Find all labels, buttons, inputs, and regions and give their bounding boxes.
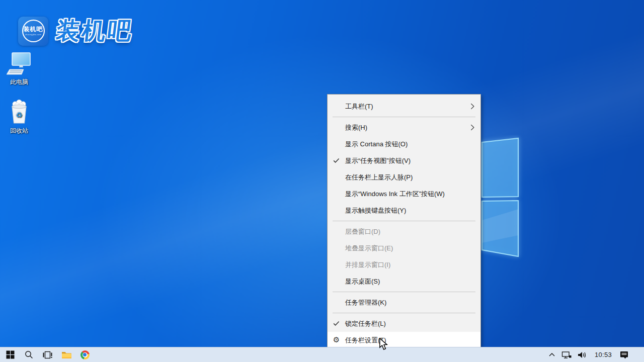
brand-badge-icon: 装机吧 zhuangjiba.com bbox=[18, 17, 48, 46]
volume-icon bbox=[578, 351, 587, 359]
menu-item-taskbar-settings[interactable]: ⚙任务栏设置(T) bbox=[328, 332, 480, 348]
recycle-bin-icon: ♻ bbox=[7, 99, 32, 125]
taskbar-context-menu: 工具栏(T)搜索(H)显示 Cortana 按钮(O)显示“任务视图”按钮(V)… bbox=[327, 94, 481, 352]
menu-item-label: 工具栏(T) bbox=[345, 102, 467, 111]
taskbar-search-button[interactable] bbox=[20, 347, 38, 362]
wallpaper-light-beam bbox=[0, 0, 644, 362]
menu-item-toolbars[interactable]: 工具栏(T) bbox=[328, 98, 480, 115]
brand-title: 装机吧 bbox=[54, 15, 135, 47]
menu-separator bbox=[333, 313, 475, 313]
menu-item-task-manager[interactable]: 任务管理器(K) bbox=[328, 294, 480, 311]
menu-item-show-desktop[interactable]: 显示桌面(S) bbox=[328, 273, 480, 290]
menu-item-show-windows-side-by-side: 并排显示窗口(I) bbox=[328, 256, 480, 273]
menu-item-show-people-on-taskbar[interactable]: 在任务栏上显示人脉(P) bbox=[328, 169, 480, 186]
task-view-icon bbox=[43, 351, 52, 359]
show-hidden-icons-button[interactable] bbox=[545, 347, 558, 362]
chevron-up-icon bbox=[548, 352, 555, 357]
task-view-button[interactable] bbox=[38, 347, 57, 362]
svg-text:♻: ♻ bbox=[16, 111, 22, 120]
network-tray-button[interactable] bbox=[558, 347, 575, 362]
windows-start-icon bbox=[6, 350, 15, 359]
checkmark-icon bbox=[328, 321, 345, 326]
menu-item-label: 任务栏设置(T) bbox=[345, 336, 476, 345]
start-button[interactable] bbox=[1, 347, 20, 362]
brand-badge-subtitle: zhuangjiba.com bbox=[25, 33, 41, 36]
menu-item-label: 显示 Cortana 按钮(O) bbox=[345, 140, 476, 149]
menu-item-label: 显示桌面(S) bbox=[345, 277, 476, 286]
menu-item-label: 堆叠显示窗口(E) bbox=[345, 244, 476, 253]
system-tray: 10:53 bbox=[545, 347, 644, 362]
search-icon bbox=[25, 350, 33, 359]
menu-item-show-task-view-button[interactable]: 显示“任务视图”按钮(V) bbox=[328, 152, 480, 169]
menu-separator bbox=[333, 221, 475, 221]
brand-logo: 装机吧 zhuangjiba.com 装机吧 bbox=[18, 15, 133, 47]
desktop: 装机吧 zhuangjiba.com 装机吧 此电脑 bbox=[0, 0, 644, 362]
menu-item-label: 层叠窗口(D) bbox=[345, 227, 476, 236]
menu-item-show-touch-keyboard-button[interactable]: 显示触摸键盘按钮(Y) bbox=[328, 202, 480, 219]
menu-item-show-cortana-button[interactable]: 显示 Cortana 按钮(O) bbox=[328, 136, 480, 152]
chrome-icon bbox=[80, 350, 90, 359]
menu-separator bbox=[333, 117, 475, 117]
menu-item-label: 显示“Windows Ink 工作区”按钮(W) bbox=[345, 190, 476, 199]
action-center-icon bbox=[619, 350, 629, 359]
menu-item-label: 在任务栏上显示人脉(P) bbox=[345, 173, 476, 182]
chrome-button[interactable] bbox=[75, 347, 94, 362]
checkmark-icon bbox=[328, 158, 345, 163]
file-explorer-button[interactable] bbox=[57, 347, 75, 362]
taskbar: 10:53 bbox=[0, 347, 644, 362]
clock[interactable]: 10:53 bbox=[590, 351, 616, 358]
brand-badge-title: 装机吧 bbox=[24, 26, 43, 33]
menu-item-label: 锁定任务栏(L) bbox=[345, 319, 476, 328]
menu-item-label: 搜索(H) bbox=[345, 123, 467, 132]
network-icon bbox=[561, 351, 572, 359]
menu-item-show-windows-stacked: 堆叠显示窗口(E) bbox=[328, 240, 480, 256]
menu-item-cascade-windows: 层叠窗口(D) bbox=[328, 223, 480, 240]
desktop-icon-recycle-bin[interactable]: ♻ 回收站 bbox=[0, 99, 38, 135]
menu-item-show-windows-ink-workspace-button[interactable]: 显示“Windows Ink 工作区”按钮(W) bbox=[328, 186, 480, 202]
volume-tray-button[interactable] bbox=[575, 347, 590, 362]
menu-item-search[interactable]: 搜索(H) bbox=[328, 119, 480, 136]
desktop-icon-label: 此电脑 bbox=[0, 78, 38, 86]
menu-item-label: 任务管理器(K) bbox=[345, 298, 476, 307]
this-pc-icon bbox=[7, 51, 32, 76]
menu-item-label: 并排显示窗口(I) bbox=[345, 260, 476, 269]
submenu-arrow-icon bbox=[467, 124, 476, 131]
gear-icon: ⚙ bbox=[328, 336, 345, 344]
menu-item-label: 显示“任务视图”按钮(V) bbox=[345, 156, 476, 165]
show-desktop-edge[interactable] bbox=[632, 347, 644, 362]
action-center-button[interactable] bbox=[616, 347, 632, 362]
menu-item-label: 显示触摸键盘按钮(Y) bbox=[345, 206, 476, 215]
windows-logo-wallpaper bbox=[478, 135, 524, 261]
desktop-icon-label: 回收站 bbox=[0, 127, 38, 135]
menu-separator bbox=[333, 292, 475, 292]
desktop-icon-this-pc[interactable]: 此电脑 bbox=[0, 51, 38, 86]
submenu-arrow-icon bbox=[467, 103, 476, 110]
file-explorer-icon bbox=[61, 351, 71, 359]
brand-badge-circle: 装机吧 zhuangjiba.com bbox=[22, 20, 45, 42]
menu-item-lock-taskbar[interactable]: 锁定任务栏(L) bbox=[328, 315, 480, 332]
